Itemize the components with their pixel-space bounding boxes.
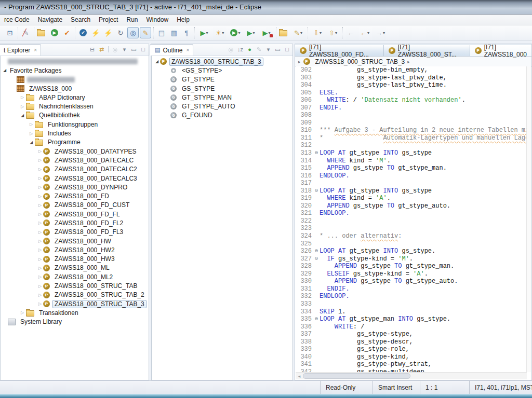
mass-activation-icon[interactable]: ⚡ [102,27,114,38]
run-icon[interactable]: ▶▾ [228,27,243,38]
expand-arrow-icon[interactable]: ▷ [37,212,43,216]
tree-item-zawss18-000-hw2[interactable]: ▷PZAWSS18_000_HW2 [1,245,149,254]
tree-item-includes[interactable]: ▷Includes [1,129,149,138]
tree-item-gt-stype-auto[interactable]: GGT_STYPE_AUTO [152,102,292,111]
last-edit-location-icon[interactable]: ✎▾ [291,27,305,38]
open-type-icon[interactable] [278,27,290,38]
sap-gui-icon[interactable]: ⊡ [4,27,16,38]
tree-item-zawss18-000-hw3[interactable]: ▷PZAWSS18_000_HW3 [1,255,149,264]
dropdown-arrow-icon[interactable]: ▾ [300,31,302,35]
expand-arrow-icon[interactable]: ▷ [19,104,25,109]
maximize-icon[interactable]: □ [283,45,291,53]
fold-collapse-icon[interactable]: ⊖ [313,248,320,255]
menu-item-help[interactable]: Help [172,15,194,25]
expand-arrow-icon[interactable]: ▷ [37,185,43,189]
activate-icon[interactable]: ✔ [61,27,73,38]
new-wizard-icon[interactable]: ▤ [156,27,167,38]
tree-item-zawss18-000-ml2[interactable]: ▷PZAWSS18_000_ML2 [1,272,149,281]
tree-item-zawss18-000-struc-tab[interactable]: ▷PZAWSS18_000_STRUC_TAB [1,281,149,290]
filter-icon[interactable]: ✎ [255,45,263,53]
deactivate-icon[interactable]: ✎ [20,27,32,38]
tree-item-zawss18-000-datatypes[interactable]: ▷PZAWSS18_000_DATATYPES [1,147,149,156]
dropdown-arrow-icon[interactable]: ▾ [383,31,385,35]
tab-outline[interactable]: ▤ Outline × [150,44,193,56]
tree-item-gt-stype-man[interactable]: GGT_STYPE_MAN [152,93,292,102]
tree-item-zawss18-000-hw[interactable]: ▷PZAWSS18_000_HW [1,237,149,245]
tree-item-gs-stype[interactable]: <GS_STYPE> [152,66,292,75]
menu-item-rce-code[interactable]: rce Code [0,15,34,25]
expand-arrow-icon[interactable]: ▷ [37,257,43,262]
expand-arrow-icon[interactable]: ▷ [37,158,43,162]
tree-item-zawss18-000-struc-tab-2[interactable]: ▷PZAWSS18_000_STRUC_TAB_2 [1,291,149,299]
tab-project-explorer[interactable]: t Explorer × [0,44,41,56]
expand-arrow-icon[interactable]: ▷ [37,221,43,225]
expand-arrow-icon[interactable]: ▷ [37,203,43,208]
collapse-arrow-icon[interactable]: ◢ [19,113,25,118]
dropdown-arrow-icon[interactable]: ▾ [367,31,369,35]
tree-item-redacted[interactable] [1,57,149,66]
expand-arrow-icon[interactable]: ▷ [28,131,34,136]
back-disabled-icon[interactable]: ← [345,27,356,38]
fold-collapse-icon[interactable]: ⊖ [313,315,320,323]
breadcrumb-expand-icon[interactable]: ▸ [298,59,301,64]
breadcrumb-item-program[interactable]: ZAWSS18_000_STRUC_TAB_3 [315,58,405,65]
console-icon[interactable]: ▦ [168,27,180,38]
expand-arrow-icon[interactable]: ▷ [37,284,43,289]
focus-task-icon[interactable]: ◎ [227,45,235,53]
dropdown-arrow-icon[interactable]: ▾ [335,31,337,35]
tree-item-transaktionen[interactable]: ▷Transaktionen [1,308,149,317]
tree-item-zawss18-000-struc-tab-3[interactable]: ◢PZAWSS18_000_STRUC_TAB_3 [152,57,292,66]
expand-arrow-icon[interactable]: ▷ [37,301,43,306]
fold-collapse-icon[interactable]: ⊖ [313,187,320,195]
back-icon[interactable]: ←▾ [357,27,372,38]
editor-tab-i71-zawss18-000-st[interactable]: P[I71] ZAWSS18_000_ST... [384,45,470,56]
next-annotation-icon[interactable]: ⇩▾ [310,27,325,38]
show-annotations-icon[interactable]: ● [246,45,254,53]
fold-collapse-icon[interactable]: ⊖ [313,255,320,263]
scrollbar-thumb[interactable] [303,373,410,379]
forward-icon[interactable]: →▾ [373,27,388,38]
open-development-object-icon[interactable] [36,27,48,38]
collapse-arrow-icon[interactable]: ◢ [28,140,34,145]
outline-tree[interactable]: ◢PZAWSS18_000_STRUC_TAB_3<GS_STYPE>GGT_S… [152,56,292,380]
view-menu-icon[interactable]: ▾ [121,45,128,53]
show-whitespace-icon[interactable]: ¶ [181,27,192,38]
scroll-left-icon[interactable]: ◂ [296,374,303,379]
close-icon[interactable]: × [186,47,189,53]
dropdown-arrow-icon[interactable]: ▾ [222,31,224,35]
vertical-scrollbar[interactable] [526,66,531,372]
sort-alphabetically-icon[interactable]: ↓z [236,45,244,53]
project-explorer-tree[interactable]: ◢Favorite PackagesZAWSS18_000▷ABAP Dicti… [1,56,149,380]
focus-task-icon[interactable]: ◎ [111,45,119,53]
tree-item-zawss18-000-ml[interactable]: ▷PZAWSS18_000_ML [1,264,149,272]
activate-torch-icon[interactable]: ⚡ [90,27,101,38]
dropdown-arrow-icon[interactable]: ▾ [206,31,208,35]
menu-item-navigate[interactable]: Navigate [34,15,66,25]
coverage-icon[interactable]: ▶▾ [244,27,258,38]
collapse-arrow-icon[interactable]: ◢ [154,59,160,64]
tree-item-zawss18-000-fd[interactable]: ▷PZAWSS18_000_FD [1,191,149,200]
tree-item-abap-dictionary[interactable]: ▷ABAP Dictionary [1,93,149,102]
editor-tab-i71-zawss18-000-fd[interactable]: P[I71] ZAWSS18_000_FD... [295,45,384,56]
breadcrumb-next-icon[interactable]: ▸ [407,59,410,64]
tree-item-redacted[interactable] [1,75,149,84]
fold-collapse-icon[interactable]: ⊖ [313,149,320,157]
minimize-icon[interactable]: ▭ [274,45,282,53]
tree-item-zawss18-000-datecalc[interactable]: ▷PZAWSS18_000_DATECALC [1,156,149,164]
tree-item-zawss18-000-datecalc3[interactable]: ▷PZAWSS18_000_DATECALC3 [1,174,149,183]
expand-arrow-icon[interactable]: ▷ [37,293,43,297]
menu-item-run[interactable]: Run [122,15,142,25]
run-last-launched-icon[interactable]: ▶▾ [197,27,211,38]
minimize-icon[interactable]: ▭ [130,45,138,53]
expand-arrow-icon[interactable]: ▷ [28,122,34,127]
tree-item-system-library[interactable]: System Library [1,318,149,326]
dropdown-arrow-icon[interactable]: ▾ [320,31,322,35]
expand-arrow-icon[interactable]: ▷ [37,176,43,181]
tree-item-zawss18-000-struc-tab-3[interactable]: ▷PZAWSS18_000_STRUC_TAB_3 [1,299,149,308]
tree-item-zawss18-000-dynpro[interactable]: ▷PZAWSS18_000_DYNPRO [1,183,149,191]
dropdown-arrow-icon[interactable]: ▾ [238,31,240,35]
tree-item-gt-stype[interactable]: GGT_STYPE [152,75,292,84]
expand-arrow-icon[interactable]: ▷ [37,149,43,154]
tree-item-zawss18-000-fd-fl3[interactable]: ▷PZAWSS18_000_FD_FL3 [1,228,149,237]
title-bar[interactable]: - Program ZAWSS18_000_STRUC_TAB_3 [I71] … [0,0,532,15]
